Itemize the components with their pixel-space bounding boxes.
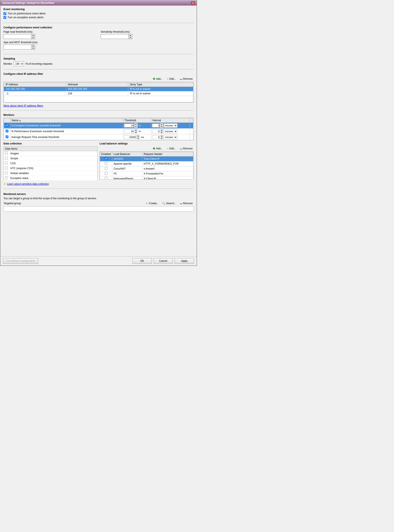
ajax-down[interactable]: ▼ xyxy=(31,47,35,49)
apply-button[interactable]: Apply xyxy=(175,258,194,264)
monitor-row-check[interactable] xyxy=(5,130,8,133)
monitors-name-col[interactable]: Name xyxy=(10,118,123,123)
threshold-up[interactable]: ▲ xyxy=(134,123,138,126)
sensitivity-down[interactable]: ▼ xyxy=(129,36,132,39)
ajax-input[interactable]: 5000 xyxy=(3,45,31,49)
divider-2 xyxy=(3,54,194,54)
threshold-down[interactable]: ▼ xyxy=(136,137,140,139)
table-row[interactable]: Apache-specific HTTP_X_FORWARDED_FOR xyxy=(100,161,193,166)
table-row[interactable]: % Performance Events/sec exceeds thresho… xyxy=(4,128,193,134)
ip-edit-label: Edit... xyxy=(170,77,176,80)
interval-down[interactable]: ▼ xyxy=(160,131,163,134)
threshold-up[interactable]: ▲ xyxy=(134,129,138,131)
table-row[interactable]: 110.255.255.255 255.255.255.255 IP is no… xyxy=(4,87,193,91)
page-load-up[interactable]: ▲ xyxy=(31,34,35,36)
monitor-name-cell: % Performance Events/sec exceeds thresho… xyxy=(10,128,123,134)
data-item-check[interactable] xyxy=(5,152,8,154)
interval-input[interactable] xyxy=(152,124,160,128)
sensitivity-up[interactable]: ▲ xyxy=(129,34,132,36)
interval-input[interactable] xyxy=(152,135,160,139)
sensitivity-field: Sensitivity threshold (ms): 3000 ▲ ▼ xyxy=(101,30,194,39)
lb-enabled-col: Enabled xyxy=(100,152,112,157)
targeted-group-input[interactable] xyxy=(3,206,194,211)
page-load-down[interactable]: ▼ xyxy=(31,36,35,39)
interval-down[interactable]: ▼ xyxy=(160,137,163,139)
data-item-check[interactable] xyxy=(5,172,8,174)
lb-remove-button[interactable]: ▬ Remove xyxy=(179,146,194,151)
ip-edit-button[interactable]: ✏ Edit... xyxy=(166,77,177,81)
threshold-input[interactable] xyxy=(124,135,136,139)
interval-up[interactable]: ▲ xyxy=(160,123,163,126)
ip-filter-link[interactable]: More about client IP address filters xyxy=(3,104,43,107)
table-row[interactable]: AKAMAI True-Client-IP xyxy=(100,157,193,161)
ajax-up[interactable]: ▲ xyxy=(31,45,35,47)
lb-name-cell: Netscape/iPlanet xyxy=(112,176,142,180)
list-item: Global variables xyxy=(4,171,97,176)
lb-enabled-check[interactable] xyxy=(105,177,108,179)
lb-enabled-check[interactable] xyxy=(105,162,108,165)
data-item-check[interactable] xyxy=(5,167,8,169)
sampling-select[interactable]: 100 75 50 25 10 xyxy=(14,61,24,66)
create-label: Create... xyxy=(149,202,159,205)
servers-remove-button[interactable]: ▬ Remove xyxy=(179,201,194,205)
lb-enabled-check[interactable] xyxy=(105,157,108,160)
lb-edit-button[interactable]: ✏ Edit... xyxy=(166,146,177,151)
monitors-title: Monitors xyxy=(3,113,194,117)
exception-alerts-row: Turn on exception events alerts xyxy=(3,16,194,19)
default-config-button[interactable]: Use Default Configuration xyxy=(3,258,38,264)
title-bar: Advanced Settings: Default for DinnerNow… xyxy=(0,0,197,5)
table-row[interactable]: Cisco/NAT x-forward xyxy=(100,166,193,171)
interval-up[interactable]: ▲ xyxy=(160,135,163,137)
monitors-threshold-col: Threshold xyxy=(123,118,151,123)
ip-cell: 110.255.255.255 xyxy=(4,87,66,91)
monitor-row-check[interactable] xyxy=(5,124,8,127)
dialog-buttons: OK Cancel Apply xyxy=(132,258,194,264)
threshold-input[interactable] xyxy=(124,129,134,133)
lb-name-cell: F5 xyxy=(112,171,142,176)
ok-button[interactable]: OK xyxy=(132,258,152,264)
interval-up[interactable]: ▲ xyxy=(160,129,163,131)
table-row[interactable]: F5 X-Forwarded-For xyxy=(100,171,193,176)
lb-enabled-check[interactable] xyxy=(105,167,108,170)
netmask-cell: 255.255.255.255 xyxy=(66,87,128,91)
lb-name-cell: Apache-specific xyxy=(112,161,142,166)
list-item: Exception stack xyxy=(4,176,97,181)
sensitive-link[interactable]: Learn about sensitive data collection xyxy=(7,183,49,185)
perf-alerts-checkbox[interactable] xyxy=(3,12,6,15)
data-item-check[interactable] xyxy=(5,162,8,164)
page-load-input[interactable]: 15000 xyxy=(3,34,31,39)
data-item-check[interactable] xyxy=(5,157,8,159)
lb-enabled-check[interactable] xyxy=(105,172,108,175)
interval-input[interactable] xyxy=(152,129,160,133)
close-button[interactable]: ✕ xyxy=(191,1,195,5)
interval-unit-select[interactable]: minutes seconds hours xyxy=(164,123,177,128)
interval-unit-select[interactable]: minutes seconds hours xyxy=(164,129,177,133)
lb-add-button[interactable]: ✚ Add... xyxy=(152,146,163,151)
threshold-up[interactable]: ▲ xyxy=(136,135,140,137)
ip-cell: ::1 xyxy=(4,91,66,96)
threshold-down[interactable]: ▼ xyxy=(134,131,138,134)
table-row[interactable]: ::1 128 IP is not in subnet xyxy=(4,91,193,96)
table-row[interactable]: Netscape/iPlanet X-Client-IP xyxy=(100,176,193,180)
monitor-row-check[interactable] xyxy=(5,135,8,138)
netmask-cell: 128 xyxy=(66,91,128,96)
ip-filter-title: Configure client IP address filter xyxy=(3,72,194,76)
perf-alerts-row: Turn on performance event alerts xyxy=(3,12,194,15)
sensitivity-input[interactable]: 3000 xyxy=(101,34,129,39)
ip-remove-button[interactable]: ▬ Remove xyxy=(179,77,194,81)
threshold-down[interactable]: ▼ xyxy=(134,126,138,128)
exception-alerts-checkbox[interactable] xyxy=(3,16,6,19)
ip-filter-toolbar: ✚ Add... ✏ Edit... ▬ Remove xyxy=(3,77,194,81)
monitor-name-cell: % Exception Events/sec exceeds threshold xyxy=(10,123,123,128)
table-row[interactable]: % Exception Events/sec exceeds threshold… xyxy=(4,123,193,128)
ip-table-header-row: IP Address Netmask Deny Type xyxy=(4,82,193,87)
ip-add-button[interactable]: ✚ Add... xyxy=(152,77,163,81)
cancel-button[interactable]: Cancel xyxy=(154,258,173,264)
interval-down[interactable]: ▼ xyxy=(160,126,163,128)
create-button[interactable]: ✦ Create... xyxy=(145,201,160,205)
table-row[interactable]: Average Request Time exceeds threshold ▲… xyxy=(4,134,193,140)
data-item-check[interactable] xyxy=(5,176,8,179)
search-button[interactable]: 🔍 Search... xyxy=(161,201,177,205)
threshold-input[interactable] xyxy=(124,124,134,128)
interval-unit-select[interactable]: minutes seconds hours xyxy=(164,135,177,139)
